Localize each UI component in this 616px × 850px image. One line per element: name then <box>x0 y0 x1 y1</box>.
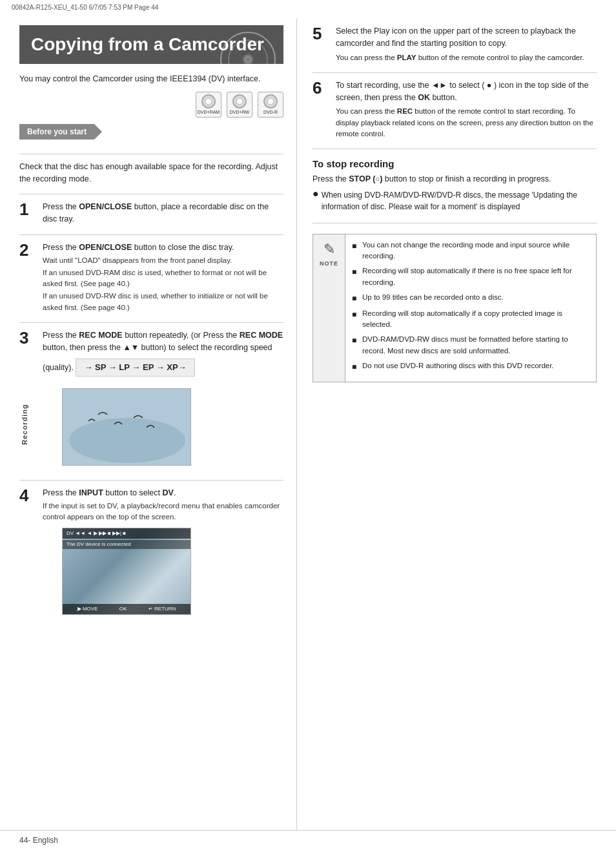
step-4: 4 Press the INPUT button to select DV. I… <box>19 487 283 620</box>
screenshot-2: DV ◄◄ ◄ ▶ ▶▶ ■ ▶▶| ■ The DV device is co… <box>62 528 191 615</box>
note-item-5: ■ DVD-RAM/DVD-RW discs must be formatted… <box>352 334 590 357</box>
title-box: Copying from a Camcorder <box>19 25 283 64</box>
step-4-content: Press the INPUT button to select DV. If … <box>43 487 283 620</box>
note-bullet-4: ■ <box>352 309 358 331</box>
content-area: Recording Copying from a Camcorder You m… <box>0 12 616 830</box>
note-bullet-6: ■ <box>352 361 358 373</box>
step-5-num: 5 <box>313 25 331 42</box>
step-2-content: Press the OPEN/CLOSE button to close the… <box>43 242 283 313</box>
divider-right-2 <box>313 149 597 149</box>
screenshot-1: SP Record Mode SP (02:12) © <box>62 388 191 466</box>
screenshot-2-top-text: DV ◄◄ ◄ ▶ ▶▶ ■ ▶▶| ■ <box>67 530 126 537</box>
note-icon-column: ✎ NOTE <box>313 234 345 382</box>
note-bullet-1: ■ <box>352 240 358 262</box>
note-item-3-text: Up to 99 titles can be recorded onto a d… <box>362 292 504 304</box>
stop-recording-text: Press the STOP (○) button to stop or fin… <box>313 173 597 185</box>
step-1-text-a: Press the <box>43 202 79 211</box>
step-2-text-b: button to close the disc tray. <box>132 243 234 252</box>
step-3-text-b: button repeatedly, (or Press the <box>123 331 240 340</box>
step-1-bold: OPEN/CLOSE <box>79 202 132 211</box>
note-item-6-text: Do not use DVD-R authoring discs with th… <box>362 360 554 373</box>
step-6-sub: You can press the REC button of the remo… <box>336 106 597 140</box>
top-bar-left: 00842A-R125-XEU_41-50 6/7/05 7:53 PM Pag… <box>12 4 158 11</box>
left-column: Recording Copying from a Camcorder You m… <box>0 19 297 830</box>
step-1-num: 1 <box>19 201 37 218</box>
step-6-num: 6 <box>313 79 331 96</box>
step-6-bold: OK <box>418 93 430 102</box>
screenshot-2-sub-text: The DV device is connected <box>63 540 190 549</box>
step-5-sub-a: You can press the <box>336 54 397 61</box>
divider-4 <box>19 322 283 323</box>
step-6-text-a: To start recording, use the ◄► to select… <box>336 81 589 102</box>
before-you-start-label: Before you start <box>19 124 102 140</box>
disc-icons-row: DVD+RAM DVD+RW DVD-R <box>19 92 283 118</box>
step-5: 5 Select the Play icon on the upper part… <box>313 25 597 63</box>
intro-text: You may control the Camcorder using the … <box>19 73 283 85</box>
disc-icon-dvdrw-label: DVD+RW <box>230 110 249 114</box>
disc-icon-dvdram: DVD+RAM <box>196 92 221 118</box>
step-5-sub: You can press the PLAY button of the rem… <box>336 52 597 63</box>
step-2-sub-1: Wait until "LOAD" disappears from the fr… <box>43 255 283 266</box>
bottom-bar: 44- English <box>0 830 616 850</box>
right-column: 5 Select the Play icon on the upper part… <box>297 19 616 830</box>
step-5-sub-b: button of the remote control to play the… <box>416 54 584 61</box>
divider-3 <box>19 234 283 235</box>
step-6-text-b: button. <box>430 93 457 102</box>
screenshot-2-top-bar: DV ◄◄ ◄ ▶ ▶▶ ■ ▶▶| ■ <box>63 528 190 539</box>
step-5-sub-bold: PLAY <box>397 54 416 61</box>
stop-text-a: Press the <box>313 174 349 183</box>
mode-arrow: → SP → LP → EP → XP→ <box>76 358 194 377</box>
step-3: 3 Press the REC MODE button repeatedly, … <box>19 329 283 471</box>
note-item-4: ■ Recording will stop automatically if a… <box>352 308 590 331</box>
step-4-sub: If the input is set to DV, a playback/re… <box>43 501 283 523</box>
step-4-text-c: . <box>174 488 176 497</box>
step-5-text: Select the Play icon on the upper part o… <box>336 26 576 48</box>
divider-1 <box>19 154 283 154</box>
step-6: 6 To start recording, use the ◄► to sele… <box>313 79 597 140</box>
divider-right-3 <box>313 223 597 223</box>
note-item-6: ■ Do not use DVD-R authoring discs with … <box>352 360 590 373</box>
disc-icon-dvdr-label: DVD-R <box>263 110 278 114</box>
note-item-1: ■ You can not change the recording mode … <box>352 240 590 262</box>
note-label: NOTE <box>320 260 338 267</box>
disc-icon-dvdr: DVD-R <box>258 92 283 118</box>
svg-point-2 <box>243 54 253 64</box>
step-2-sub-2: If an unused DVD-RAM disc is used, wheth… <box>43 267 283 290</box>
note-icon: ✎ <box>323 241 335 258</box>
note-bullet-5: ■ <box>352 335 358 357</box>
step-2: 2 Press the OPEN/CLOSE button to close t… <box>19 242 283 313</box>
step-3-bold-2: REC MODE <box>240 331 283 340</box>
top-bar: 00842A-R125-XEU_41-50 6/7/05 7:53 PM Pag… <box>0 0 616 12</box>
screenshot-2-move: ▶ MOVE <box>77 605 98 613</box>
note-item-3: ■ Up to 99 titles can be recorded onto a… <box>352 292 590 304</box>
side-label: Recording <box>21 404 28 444</box>
step-3-num: 3 <box>19 329 37 346</box>
step-2-bold: OPEN/CLOSE <box>79 243 132 252</box>
note-item-2: ■ Recording will stop automatically if t… <box>352 265 590 288</box>
screenshot-2-return: ↵ RETURN <box>149 605 176 613</box>
note-item-2-text: Recording will stop automatically if the… <box>362 265 590 288</box>
screenshot-1-image <box>63 389 191 466</box>
step-4-text-a: Press the <box>43 488 79 497</box>
step-6-sub-bold: REC <box>397 107 413 115</box>
step-1: 1 Press the OPEN/CLOSE button, place a r… <box>19 201 283 225</box>
bullet-dot-1: ● <box>313 189 319 212</box>
step-2-sub-3: If an unused DVD-RW disc is used, whethe… <box>43 291 283 313</box>
step-3-text-a: Press the <box>43 331 79 340</box>
stop-bullet-1-text: When using DVD-RAM/DVD-RW/DVD-R discs, t… <box>322 189 597 212</box>
note-box: ✎ NOTE ■ You can not change the recordin… <box>313 234 597 382</box>
check-text: Check that the disc has enough available… <box>19 161 283 185</box>
step-1-content: Press the OPEN/CLOSE button, place a rec… <box>43 201 283 225</box>
divider-5 <box>19 480 283 481</box>
stop-recording-title: To stop recording <box>313 158 597 169</box>
note-bullet-2: ■ <box>352 266 358 288</box>
step-2-text-a: Press the <box>43 243 79 252</box>
divider-right-1 <box>313 72 597 73</box>
disc-icon-dvdram-label: DVD+RAM <box>198 110 220 114</box>
note-item-5-text: DVD-RAM/DVD-RW discs must be formatted b… <box>362 334 590 357</box>
divider-2 <box>19 194 283 194</box>
screenshot-2-ok: OK <box>119 605 127 613</box>
step-4-num: 4 <box>19 487 37 504</box>
stop-text-bold: STOP ( <box>349 174 375 183</box>
step-5-content: Select the Play icon on the upper part o… <box>336 25 597 63</box>
